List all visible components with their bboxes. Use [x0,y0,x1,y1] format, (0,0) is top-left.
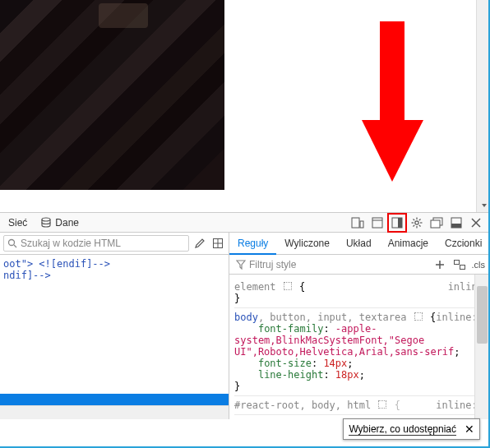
devtools-right-icons [350,215,487,230]
dock-side-icon[interactable] [390,215,404,230]
share-toast: Wybierz, co udostępniać ✕ [343,418,480,440]
svg-rect-20 [451,224,461,228]
pseudo-classes-icon[interactable] [452,257,467,272]
sidebar-tabs: Reguły Wyliczone Układ Animacje Czcionki [229,233,488,255]
dock-window-icon[interactable] [429,215,444,230]
page-image [0,0,224,190]
scrollbar-thumb[interactable] [477,286,488,344]
scroll-down-icon[interactable] [477,198,490,212]
tab-network-label: Sieć [8,217,27,229]
tab-layout-label: Układ [346,238,372,249]
css-value[interactable]: 18px [335,369,359,381]
svg-rect-7 [398,218,402,228]
devtools-tabbar: Sieć Dane [0,213,488,233]
svg-point-1 [42,218,50,221]
svg-point-8 [415,220,418,224]
database-icon [40,217,52,229]
tab-fonts-label: Czcionki [445,238,482,249]
svg-line-16 [414,224,415,226]
css-property[interactable]: line-height [258,369,323,381]
rule-selector[interactable]: #react-root, body, html [234,400,371,411]
svg-rect-18 [431,220,440,228]
inspector-toolbar: Szukaj w kodzie HTML [0,233,229,255]
rule-block: inline:1 body, button, input, textarea {… [234,308,483,396]
rule-block: inline:1 #react-root, body, html { [234,396,483,415]
tab-computed-label: Wyliczone [284,238,330,249]
css-value[interactable]: 14px [323,358,347,369]
settings-icon[interactable] [409,215,424,230]
highlight-target-icon[interactable] [284,282,292,290]
filter-placeholder: Filtruj style [249,259,296,270]
iframe-picker-icon[interactable] [370,215,385,230]
code-line-2: ndif]--> [3,270,51,281]
responsive-mode-icon[interactable] [350,215,365,230]
tab-storage[interactable]: Dane [34,213,86,233]
svg-line-24 [14,245,16,247]
edit-html-icon[interactable] [192,236,207,251]
tab-rules-label: Reguły [238,238,268,249]
funnel-icon [236,260,246,270]
svg-line-14 [419,224,421,226]
css-property[interactable]: font-size [258,358,312,369]
html-search-placeholder: Szukaj w kodzie HTML [21,238,121,249]
css-value[interactable]: -apple- [335,323,377,335]
selection-highlight [0,394,229,405]
toast-close-icon[interactable]: ✕ [465,423,474,436]
rules-scrollbar[interactable] [474,275,488,419]
eyedropper-icon[interactable] [210,236,225,251]
css-property[interactable]: font-family [258,323,323,335]
svg-rect-31 [460,265,465,269]
new-rule-icon[interactable] [432,257,447,272]
html-hscrollbar[interactable] [0,405,229,419]
rule-selector[interactable]: element [234,281,276,293]
dock-bottom-icon[interactable] [449,215,464,230]
svg-rect-4 [372,218,382,228]
close-devtools-icon[interactable] [469,215,483,230]
tab-layout[interactable]: Układ [338,233,380,254]
filter-styles-input[interactable]: Filtruj style [233,256,428,273]
tab-computed[interactable]: Wyliczone [276,233,338,254]
html-search-input[interactable]: Szukaj w kodzie HTML [3,235,189,252]
rules-filterbar: Filtruj style .cls [229,255,488,275]
rule-block: inline element {} [234,278,483,308]
tab-storage-label: Dane [55,217,79,229]
tab-animations-label: Animacje [388,238,428,249]
highlight-target-icon[interactable] [414,312,423,321]
html-tree[interactable]: oot"> <![endif]--> ndif]--> [0,255,229,419]
page-content-area [0,0,490,212]
tab-network[interactable]: Sieć [2,213,34,233]
tab-rules[interactable]: Reguły [229,233,276,255]
svg-rect-3 [360,221,363,228]
search-icon [7,238,17,248]
page-scrollbar[interactable] [476,0,490,212]
devtools-panel: Sieć Dane [0,212,488,419]
cls-toggle[interactable]: .cls [472,260,486,270]
highlight-target-icon[interactable] [378,400,386,409]
toast-text[interactable]: Wybierz, co udostępniać [349,423,456,436]
svg-point-23 [9,240,15,246]
svg-line-15 [419,219,421,220]
css-value[interactable]: system,BlinkMacSystemFont,"Segoe UI",Rob… [234,335,454,358]
inspector-left-pane: Szukaj w kodzie HTML oot"> <![endif]--> … [0,233,229,419]
svg-rect-2 [352,218,359,228]
rules-view[interactable]: inline element {} inline:1 body, button,… [229,275,488,419]
svg-line-13 [414,219,415,220]
svg-rect-30 [454,260,459,264]
inspector-right-pane: Reguły Wyliczone Układ Animacje Czcionki… [229,233,488,419]
tab-fonts[interactable]: Czcionki [437,233,490,254]
code-line-1: oot"> <![endif]--> [3,258,110,270]
tab-animations[interactable]: Animacje [380,233,437,254]
